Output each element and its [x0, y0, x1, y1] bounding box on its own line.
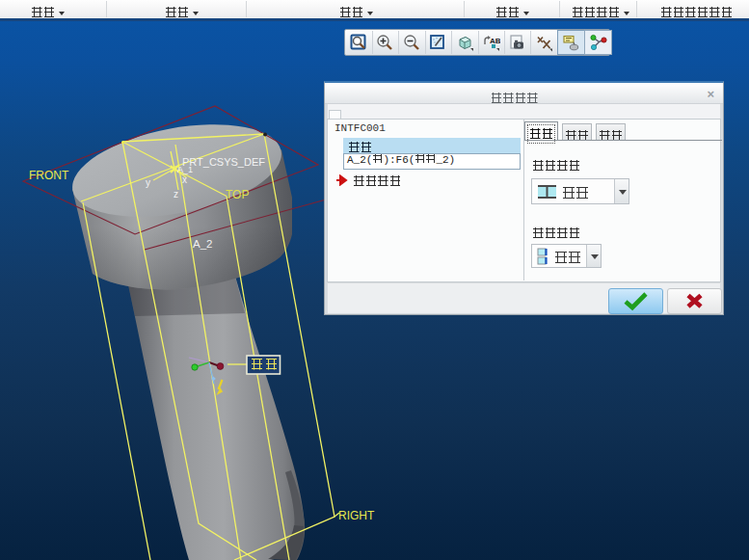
svg-text:TOP: TOP	[226, 188, 249, 201]
svg-text:x: x	[182, 174, 187, 185]
svg-text:y: y	[146, 177, 150, 188]
svg-text:A_1: A_1	[177, 165, 193, 174]
svg-text:PRT_CSYS_DEF: PRT_CSYS_DEF	[182, 156, 265, 168]
svg-text:A_2: A_2	[193, 238, 212, 250]
svg-text:RIGHT: RIGHT	[338, 509, 375, 522]
svg-text:z: z	[174, 189, 178, 200]
svg-text:FRONT: FRONT	[29, 169, 69, 182]
svg-text:AB: AB	[490, 37, 500, 45]
